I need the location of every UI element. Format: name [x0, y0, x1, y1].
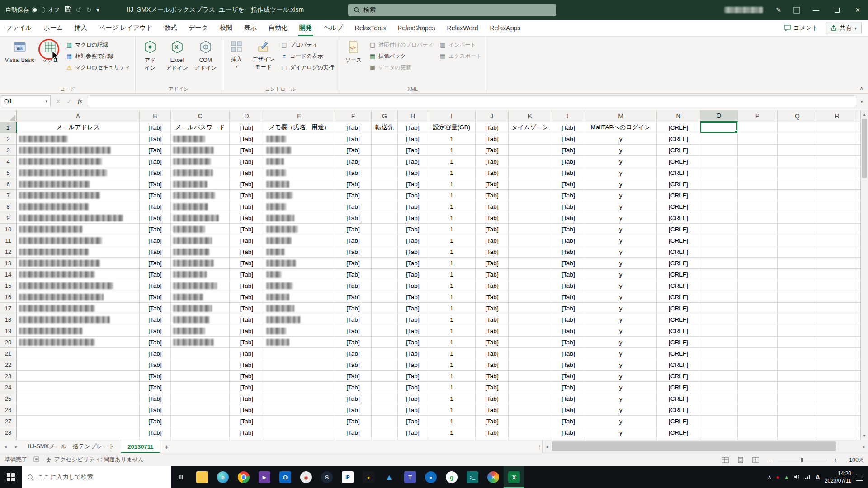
select-all-corner[interactable] [0, 110, 17, 122]
cell-D2[interactable]: [Tab] [230, 133, 264, 145]
cell-B18[interactable]: [Tab] [140, 314, 171, 325]
cell-F11[interactable]: [Tab] [335, 235, 372, 246]
cell-G19[interactable] [372, 325, 398, 337]
cell-G13[interactable] [372, 258, 398, 269]
row-header-19[interactable]: 19 [0, 325, 17, 337]
cell-O15[interactable] [700, 280, 738, 291]
cell-R15[interactable] [817, 280, 857, 291]
cell-H16[interactable]: [Tab] [398, 291, 428, 303]
cell-M23[interactable]: y [585, 371, 657, 382]
row-header-11[interactable]: 11 [0, 235, 17, 246]
cell-E20[interactable] [264, 337, 335, 348]
row-header-10[interactable]: 10 [0, 224, 17, 235]
cell-C5[interactable] [171, 167, 230, 178]
cell-P10[interactable] [738, 224, 778, 235]
cell-L6[interactable]: [Tab] [552, 178, 585, 190]
cell-A5[interactable] [17, 167, 140, 178]
cell-R23[interactable] [817, 371, 857, 382]
insert-control-button[interactable]: 挿入 ▾ [224, 38, 249, 70]
cell-Q25[interactable] [778, 393, 817, 404]
cell-L4[interactable]: [Tab] [552, 156, 585, 167]
cell-N17[interactable]: [CRLF] [657, 303, 700, 314]
cell-I27[interactable]: 1 [428, 416, 476, 427]
cell-A17[interactable] [17, 303, 140, 314]
cell-A22[interactable] [17, 359, 140, 371]
cell-E28[interactable] [264, 427, 335, 438]
cell-F18[interactable]: [Tab] [335, 314, 372, 325]
taskbar-search[interactable]: ここに入力して検索 [22, 466, 171, 488]
cell-K7[interactable] [509, 190, 552, 201]
cell-J22[interactable]: [Tab] [476, 359, 509, 371]
tray-network-icon[interactable] [805, 474, 811, 481]
column-header-J[interactable]: J [476, 110, 509, 122]
tray-red-icon[interactable]: ● [776, 474, 779, 480]
formula-input[interactable] [88, 95, 856, 107]
cell-C28[interactable] [171, 427, 230, 438]
cell-P18[interactable] [738, 314, 778, 325]
cell-R12[interactable] [817, 246, 857, 258]
cell-O27[interactable] [700, 416, 738, 427]
cell-K29[interactable] [509, 438, 552, 440]
cell-N12[interactable]: [CRLF] [657, 246, 700, 258]
cell-L8[interactable]: [Tab] [552, 201, 585, 212]
com-addins-button[interactable]: COM アドイン [191, 38, 220, 72]
cell-O29[interactable] [700, 438, 738, 440]
row-header-21[interactable]: 21 [0, 348, 17, 359]
cell-N23[interactable]: [CRLF] [657, 371, 700, 382]
column-header-M[interactable]: M [585, 110, 657, 122]
cell-J20[interactable]: [Tab] [476, 337, 509, 348]
cell-Q24[interactable] [778, 382, 817, 393]
export-button[interactable]: ▦ エクスポート [437, 51, 483, 61]
cell-E27[interactable] [264, 416, 335, 427]
cell-D9[interactable]: [Tab] [230, 212, 264, 224]
cell-H3[interactable]: [Tab] [398, 145, 428, 156]
cell-B25[interactable]: [Tab] [140, 393, 171, 404]
cell-M19[interactable]: y [585, 325, 657, 337]
formula-bar-expand-button[interactable]: ▾ [856, 95, 867, 107]
xml-source-button[interactable]: </> ソース [341, 38, 366, 64]
collapse-ribbon-button[interactable]: ∧ [859, 85, 863, 91]
cell-K28[interactable] [509, 427, 552, 438]
cell-Q15[interactable] [778, 280, 817, 291]
cell-E29[interactable] [264, 438, 335, 440]
cell-M3[interactable]: y [585, 145, 657, 156]
row-header-14[interactable]: 14 [0, 269, 17, 280]
cell-I15[interactable]: 1 [428, 280, 476, 291]
cell-L19[interactable]: [Tab] [552, 325, 585, 337]
row-header-22[interactable]: 22 [0, 359, 17, 371]
row-header-23[interactable]: 23 [0, 371, 17, 382]
cell-Q13[interactable] [778, 258, 817, 269]
cell-F7[interactable]: [Tab] [335, 190, 372, 201]
cell-I5[interactable]: 1 [428, 167, 476, 178]
taskbar-app-steam-app[interactable]: S [316, 466, 337, 488]
cell-R26[interactable] [817, 404, 857, 416]
cell-M4[interactable]: y [585, 156, 657, 167]
cell-L3[interactable]: [Tab] [552, 145, 585, 156]
cell-F5[interactable]: [Tab] [335, 167, 372, 178]
cell-Q6[interactable] [778, 178, 817, 190]
cell-P23[interactable] [738, 371, 778, 382]
row-header-5[interactable]: 5 [0, 167, 17, 178]
cell-O3[interactable] [700, 145, 738, 156]
cell-I14[interactable]: 1 [428, 269, 476, 280]
cell-R18[interactable] [817, 314, 857, 325]
cell-L14[interactable]: [Tab] [552, 269, 585, 280]
cell-O2[interactable] [700, 133, 738, 145]
cell-J8[interactable]: [Tab] [476, 201, 509, 212]
cell-H10[interactable]: [Tab] [398, 224, 428, 235]
taskbar-app-mail-app[interactable]: O [275, 466, 296, 488]
cell-H12[interactable]: [Tab] [398, 246, 428, 258]
cell-M24[interactable]: y [585, 382, 657, 393]
cell-C11[interactable] [171, 235, 230, 246]
cell-A6[interactable] [17, 178, 140, 190]
row-header-1[interactable]: 1 [0, 122, 17, 133]
cell-J13[interactable]: [Tab] [476, 258, 509, 269]
cell-C15[interactable] [171, 280, 230, 291]
cell-G28[interactable] [372, 427, 398, 438]
cell-C24[interactable] [171, 382, 230, 393]
cell-M9[interactable]: y [585, 212, 657, 224]
cell-O25[interactable] [700, 393, 738, 404]
cell-C1[interactable]: メールパスワード [171, 122, 230, 133]
user-account-redacted[interactable] [724, 7, 763, 13]
row-header-16[interactable]: 16 [0, 291, 17, 303]
